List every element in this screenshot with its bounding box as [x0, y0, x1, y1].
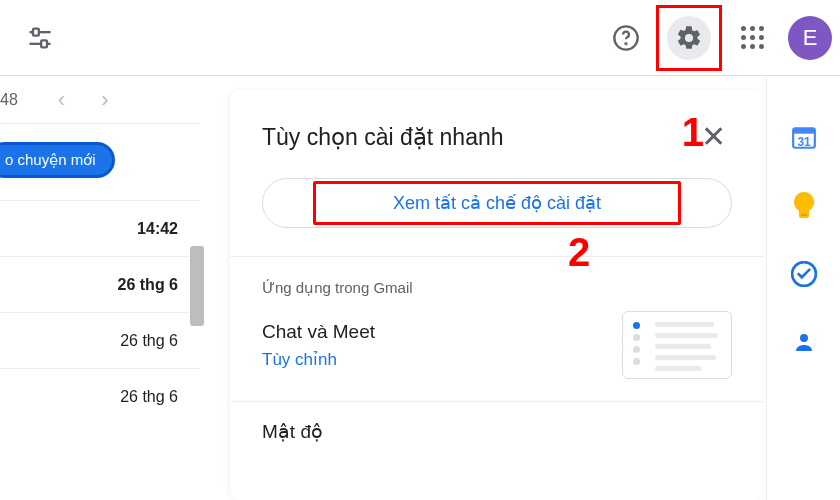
svg-rect-2 [33, 29, 39, 36]
svg-rect-3 [41, 40, 47, 47]
contacts-icon[interactable] [790, 328, 818, 356]
scrollbar-thumb[interactable] [190, 246, 204, 326]
calendar-icon[interactable]: 31 [790, 124, 818, 152]
panel-title: Tùy chọn cài đặt nhanh [262, 124, 504, 151]
svg-point-11 [800, 334, 808, 342]
svg-point-5 [625, 43, 626, 44]
layout-thumbnail [622, 311, 732, 379]
side-app-rail: 31 [766, 76, 840, 500]
svg-rect-9 [801, 214, 807, 216]
annotation-marker-2: 2 [568, 230, 590, 275]
customize-link[interactable]: Tùy chỉnh [262, 349, 375, 370]
chat-meet-label: Chat và Meet [262, 321, 375, 343]
account-avatar[interactable]: E [788, 16, 832, 60]
apps-grid-icon [741, 26, 764, 49]
inbox-row[interactable]: 26 thg 6 [0, 256, 200, 312]
see-all-settings-button[interactable]: Xem tất cả chế độ cài đặt [262, 178, 732, 228]
keep-icon[interactable] [790, 192, 818, 220]
tasks-icon[interactable] [790, 260, 818, 288]
new-messages-chip[interactable]: o chuyện mới [0, 142, 115, 178]
divider [230, 256, 764, 257]
svg-rect-7 [793, 128, 815, 133]
pagination-bar: 48 ‹ › [0, 76, 200, 124]
next-page-button[interactable]: › [83, 87, 126, 113]
inbox-row[interactable]: 26 thg 6 [0, 368, 200, 424]
page-count: 48 [0, 91, 18, 109]
quick-settings-panel: 1 Tùy chọn cài đặt nhanh ✕ Xem tất cả ch… [230, 90, 764, 500]
divider [230, 401, 764, 402]
see-all-label: Xem tất cả chế độ cài đặt [393, 192, 601, 214]
inbox-column: 48 ‹ › o chuyện mới 14:42 26 thg 6 26 th… [0, 76, 200, 424]
gear-icon [675, 24, 703, 52]
google-apps-button[interactable] [728, 14, 776, 62]
annotation-marker-1: 1 [682, 110, 704, 155]
svg-text:31: 31 [797, 135, 811, 149]
section-apps-label: Ứng dụng trong Gmail [262, 279, 732, 297]
inbox-row[interactable]: 14:42 [0, 200, 200, 256]
settings-button[interactable] [656, 5, 722, 71]
prev-page-button[interactable]: ‹ [40, 87, 83, 113]
help-button[interactable] [602, 14, 650, 62]
inbox-row[interactable]: 26 thg 6 [0, 312, 200, 368]
density-label: Mật độ [262, 420, 732, 443]
app-header: E [0, 0, 840, 76]
filter-icon[interactable] [20, 18, 60, 58]
